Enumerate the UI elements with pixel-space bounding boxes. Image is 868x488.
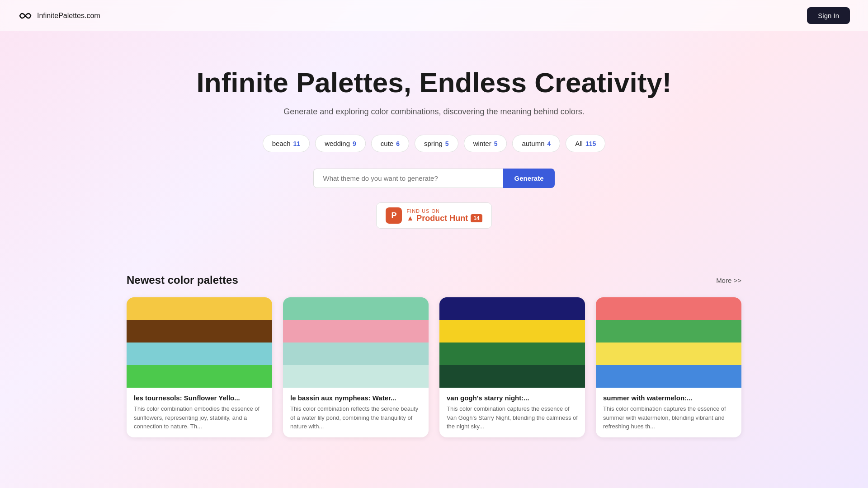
palette-info: summer with watermelon:... This color co… — [596, 388, 741, 437]
color-swatch — [596, 365, 741, 388]
product-hunt-text: FIND US ON ▲ Product Hunt 14 — [406, 208, 482, 223]
color-swatch — [439, 365, 585, 388]
product-hunt-name-row: ▲ Product Hunt 14 — [406, 214, 482, 223]
tag-filter-cute[interactable]: cute6 — [371, 135, 409, 152]
ph-arrow-icon: ▲ — [406, 214, 414, 222]
tag-label: winter — [473, 140, 491, 147]
find-us-label: FIND US ON — [406, 208, 440, 214]
section-title: Newest color palettes — [127, 274, 238, 286]
sign-in-button[interactable]: Sign In — [807, 7, 850, 24]
section-header: Newest color palettes More >> — [127, 274, 741, 286]
color-swatch — [596, 343, 741, 365]
color-swatch — [596, 297, 741, 320]
product-hunt-count: 14 — [471, 214, 482, 222]
color-swatch — [283, 320, 429, 343]
hero-title: Infinite Palettes, Endless Creativity! — [18, 67, 850, 98]
palette-swatches — [596, 297, 741, 388]
palette-info: les tournesols: Sunflower Yello... This … — [127, 388, 272, 437]
color-swatch — [439, 343, 585, 365]
palette-info: van gogh's starry night:... This color c… — [439, 388, 585, 437]
palette-desc: This color combination embodies the esse… — [134, 404, 265, 431]
palette-card[interactable]: summer with watermelon:... This color co… — [596, 297, 741, 437]
palette-card[interactable]: van gogh's starry night:... This color c… — [439, 297, 585, 437]
tag-filter-autumn[interactable]: autumn4 — [512, 135, 560, 152]
palette-name: van gogh's starry night:... — [447, 394, 578, 402]
search-input[interactable] — [313, 169, 503, 188]
palette-swatches — [283, 297, 429, 388]
tag-count: 115 — [585, 140, 596, 147]
tag-filter-wedding[interactable]: wedding9 — [315, 135, 366, 152]
tag-filters: beach11wedding9cute6spring5winter5autumn… — [18, 135, 850, 152]
color-swatch — [439, 320, 585, 343]
tag-label: autumn — [522, 140, 544, 147]
color-swatch — [127, 343, 272, 365]
color-swatch — [283, 365, 429, 388]
tag-filter-all[interactable]: All115 — [566, 135, 605, 152]
product-hunt-name: Product Hunt — [416, 214, 468, 223]
site-header: InfinitePalettes.com Sign In — [0, 0, 868, 31]
tag-label: spring — [424, 140, 443, 147]
palette-desc: This color combination captures the esse… — [603, 404, 734, 431]
tag-label: wedding — [325, 140, 350, 147]
palette-grid: les tournesols: Sunflower Yello... This … — [127, 297, 741, 437]
palette-swatches — [439, 297, 585, 388]
hero-section: Infinite Palettes, Endless Creativity! G… — [0, 31, 868, 274]
logo-text: InfinitePalettes.com — [37, 12, 100, 20]
tag-count: 4 — [547, 140, 551, 147]
logo-area[interactable]: InfinitePalettes.com — [18, 9, 100, 23]
search-area: Generate — [18, 169, 850, 188]
color-swatch — [127, 297, 272, 320]
tag-count: 5 — [494, 140, 498, 147]
tag-filter-winter[interactable]: winter5 — [464, 135, 507, 152]
more-link[interactable]: More >> — [716, 277, 741, 284]
color-swatch — [127, 365, 272, 388]
tag-label: beach — [272, 140, 291, 147]
tag-count: 6 — [396, 140, 400, 147]
color-swatch — [283, 343, 429, 365]
tag-count: 9 — [353, 140, 356, 147]
palette-card[interactable]: le bassin aux nympheas: Water... This co… — [283, 297, 429, 437]
product-hunt-badge[interactable]: P FIND US ON ▲ Product Hunt 14 — [376, 202, 491, 229]
palette-name: le bassin aux nympheas: Water... — [290, 394, 421, 402]
color-swatch — [439, 297, 585, 320]
tag-filter-spring[interactable]: spring5 — [415, 135, 458, 152]
tag-label: cute — [381, 140, 393, 147]
product-hunt-icon: P — [386, 207, 402, 224]
tag-label: All — [575, 140, 583, 147]
palettes-section: Newest color palettes More >> les tourne… — [108, 274, 760, 437]
color-swatch — [127, 320, 272, 343]
palette-card[interactable]: les tournesols: Sunflower Yello... This … — [127, 297, 272, 437]
logo-icon — [18, 9, 33, 23]
hero-subtitle: Generate and exploring color combination… — [18, 107, 850, 117]
color-swatch — [283, 297, 429, 320]
palette-info: le bassin aux nympheas: Water... This co… — [283, 388, 429, 437]
palette-name: les tournesols: Sunflower Yello... — [134, 394, 265, 402]
palette-swatches — [127, 297, 272, 388]
tag-count: 11 — [293, 140, 301, 147]
tag-count: 5 — [445, 140, 449, 147]
palette-desc: This color combination captures the esse… — [447, 404, 578, 431]
tag-filter-beach[interactable]: beach11 — [263, 135, 310, 152]
generate-button[interactable]: Generate — [503, 169, 554, 188]
palette-name: summer with watermelon:... — [603, 394, 734, 402]
palette-desc: This color combination reflects the sere… — [290, 404, 421, 431]
color-swatch — [596, 320, 741, 343]
